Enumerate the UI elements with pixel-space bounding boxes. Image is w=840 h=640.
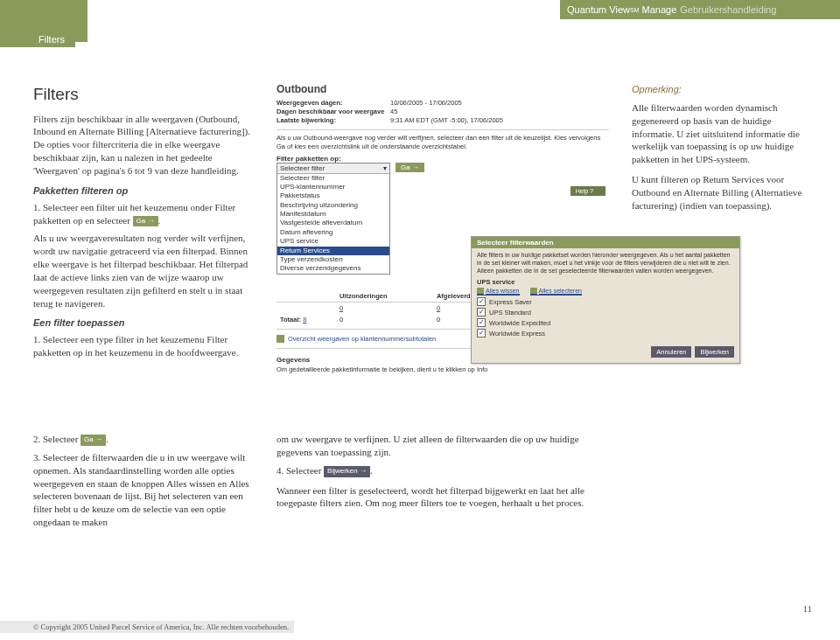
checkbox-row[interactable]: ✓UPS Standard [477,308,734,317]
ss-instruction: Als u uw Outbound-weergave nog verder wi… [276,134,609,151]
middle-column: Outbound Weergegeven dagen:10/06/2005 - … [276,83,609,373]
intro-paragraph: Filters zijn beschikbaar in alle weergav… [33,113,261,177]
divider [276,129,609,130]
dropdown-list: Selecteer filter UPS-klantennummer Pakke… [277,174,389,274]
step-4-text: 4. Selecteer [276,465,324,476]
step-3: 3. Selecteer de filterwaarden die u in u… [33,451,261,529]
checkbox-icon[interactable]: ✓ [477,329,486,337]
note-p2: U kunt filteren op Return Services voor … [632,173,814,212]
note-p1: Alle filterwaarden worden dynamisch gege… [632,101,814,166]
total-label: Totaal: [280,316,301,323]
section-tab: Filters [33,31,75,47]
left-column: Filters Filters zijn beschikbaar in alle… [33,83,261,373]
th-blank [276,290,336,303]
step-4: 4. Selecteer Bijwerken →. [276,464,609,477]
go-button-inline: Ga → [80,435,106,446]
page-number: 11 [802,603,812,614]
step-2: 2. Selecteer Ga →. [33,433,261,446]
popup-subhead: UPS service [477,278,734,286]
chevron-down-icon: ▾ [383,164,387,172]
copyright: © Copyright 2005 United Parcel Service o… [28,621,294,633]
meta-value-days: 10/06/2005 - 17/06/2005 [390,99,609,107]
ss-title: Outbound [276,83,609,95]
popup-body-text: Alle filters in uw huidige pakketset wor… [477,252,734,275]
go-button[interactable]: Ga → [396,163,424,172]
opt-ups-standard: UPS Standard [489,309,531,317]
popup-link-row: Alles wissen Alles selecteren [477,288,734,296]
clear-text: Alles wissen [486,288,520,295]
bijwerken-button-inline: Bijwerken → [324,466,370,477]
bottom-mid-col: om uw weergave te verfijnen. U ziet alle… [276,433,609,534]
opt-7[interactable]: UPS service [277,237,389,246]
opt-6[interactable]: Datum aflevering [277,228,389,237]
meta-label-avail: Dagen beschikbaar voor weergave [276,108,390,115]
step-1: 1. Selecteer een filter uit het keuzemen… [33,201,261,227]
opt-5[interactable]: Vastgestelde afleverdatum [277,219,389,227]
doc-title-bar: Quantum View SM Manage Gebruikershandlei… [560,0,840,19]
subhead-filter-on: Pakketten filteren op [33,184,261,198]
ss-footer-text: Om gedetailleerde pakketinformatie te be… [276,365,609,373]
filterpath-paragraph: Als u uw weergaveresultaten nog verder w… [33,232,261,310]
closing-paragraph: Wanneer een filter is geselecteerd, word… [276,484,609,511]
opt-ww-express: Worldwide Express [489,330,545,337]
filter-dropdown[interactable]: Selecteer filter▾ Selecteer filter UPS-k… [276,163,390,275]
cancel-button[interactable]: Annuleren [651,346,691,358]
ss-meta: Weergegeven dagen:10/06/2005 - 17/06/200… [276,99,609,124]
meta-value-updated: 9:31 AM EDT (GMT -5:00), 17/06/2005 [390,116,609,124]
opt-1[interactable]: UPS-klantennummer [277,183,389,191]
product-name: Quantum View [567,4,630,15]
total-ex: 0 [336,314,433,325]
meta-value-avail: 45 [390,108,609,115]
opt-2[interactable]: Pakketstatus [277,191,389,200]
total-8[interactable]: 8 [303,316,306,323]
step-2-text: 2. Selecteer [33,434,80,444]
square-icon [477,288,484,295]
update-button[interactable]: Bijwerken [695,346,734,358]
apply-step-1: 1. Selecteer een type filter in het keuz… [33,333,261,359]
select-all-text: Alles selecteren [539,288,582,295]
bottom-left-col: 2. Selecteer Ga →. 3. Selecteer de filte… [33,433,261,534]
overview-link-text: Overzicht weergaven op klantennummersubt… [288,335,436,343]
meta-label-updated: Laatste bijwerking: [276,116,390,124]
doc-subtitle: Gebruikershandleiding [680,4,776,15]
opt-10[interactable]: Diverse verzendgegevens [277,264,389,273]
top-bar: Quantum View SM Manage Gebruikershandlei… [0,0,840,42]
sm-mark: SM [630,7,640,13]
square-icon [276,335,284,343]
checkbox-row[interactable]: ✓Worldwide Express [477,329,734,337]
checkbox-icon[interactable]: ✓ [477,308,486,317]
checkbox-row[interactable]: ✓Worldwide Expedited [477,318,734,327]
checkbox-icon[interactable]: ✓ [477,318,486,327]
help-button[interactable]: Help ? [570,186,606,196]
module-name: Manage [642,4,677,15]
opt-0[interactable]: Selecteer filter [277,174,389,183]
ss-filter-label: Filter pakketten op: [276,155,609,163]
clear-all-link[interactable]: Alles wissen [477,288,520,296]
go-button-inline: Ga → [133,216,158,227]
checkbox-icon[interactable]: ✓ [477,297,486,306]
help-label: Help [576,188,588,194]
cell-ex[interactable]: 0 [336,302,433,314]
popup-title: Selecteer filterwaarden [472,237,739,248]
help-icon: ? [590,188,593,194]
th-exceptions: Uitzonderingen [336,290,433,303]
opt-8-selected[interactable]: Return Services [277,247,389,255]
select-all-link[interactable]: Alles selecteren [530,288,582,296]
opt-3[interactable]: Beschrijving uitzondering [277,201,389,210]
square-icon [530,288,537,295]
opt-9[interactable]: Type verzendkosten [277,255,389,264]
page-title: Filters [33,83,261,106]
note-heading: Opmerking: [632,83,814,96]
select-head-text: Selecteer filter [280,164,325,172]
subhead-apply-filter: Een filter toepassen [33,317,261,330]
opt-ww-expedited: Worldwide Expedited [489,319,550,327]
step-3-continued: om uw weergave te verfijnen. U ziet alle… [276,433,609,459]
meta-label-days: Weergegeven dagen: [276,99,390,107]
opt-express-saver: Express Saver [489,298,532,306]
opt-4[interactable]: Manifestdatum [277,210,389,219]
filter-values-popup: Selecteer filterwaarden Alle filters in … [471,236,740,364]
checkbox-row[interactable]: ✓Express Saver [477,297,734,306]
